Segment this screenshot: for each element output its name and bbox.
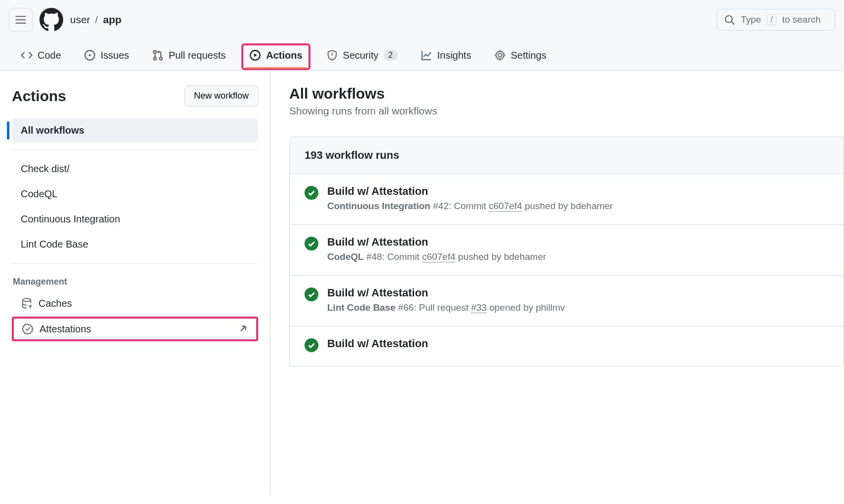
workflow-run-row[interactable]: Build w/ Attestation Continuous Integrat… xyxy=(290,174,844,225)
tab-security-label: Security xyxy=(343,50,379,61)
run-info: Build w/ Attestation Lint Code Base #66:… xyxy=(327,287,565,313)
sidebar-item-attestations[interactable]: Attestations xyxy=(12,317,258,341)
run-title[interactable]: Build w/ Attestation xyxy=(327,185,613,198)
run-pr-link[interactable]: #33 xyxy=(471,302,487,313)
svg-point-12 xyxy=(305,338,318,352)
run-title[interactable]: Build w/ Attestation xyxy=(327,236,546,249)
sidebar-item-caches[interactable]: Caches xyxy=(12,291,258,316)
run-meta-mid: : Commit xyxy=(449,201,489,211)
content-title: All workflows xyxy=(289,85,844,102)
database-icon xyxy=(21,297,33,309)
run-meta-mid: : Pull request xyxy=(414,302,471,313)
sidebar-header: Actions New workflow xyxy=(12,85,258,107)
hamburger-icon xyxy=(15,14,27,26)
pull-request-icon xyxy=(152,49,164,61)
play-icon xyxy=(249,49,261,61)
tab-settings-label: Settings xyxy=(511,50,546,61)
workflow-runs-count: 193 workflow runs xyxy=(290,137,844,174)
sidebar-sep xyxy=(12,149,258,150)
tab-insights-label: Insights xyxy=(437,50,471,61)
tab-pulls-label: Pull requests xyxy=(169,50,226,61)
svg-point-7 xyxy=(498,54,501,57)
run-workflow[interactable]: Lint Code Base xyxy=(327,302,395,313)
issue-icon xyxy=(84,49,96,61)
search-placeholder-post: to search xyxy=(782,14,821,25)
run-workflow[interactable]: Continuous Integration xyxy=(327,201,430,211)
sidebar-item-workflow[interactable]: Continuous Integration xyxy=(12,207,258,231)
run-meta: Continuous Integration #42: Commit c607e… xyxy=(327,201,613,212)
breadcrumb-repo[interactable]: app xyxy=(103,14,121,26)
workflow-run-row[interactable]: Build w/ Attestation xyxy=(290,326,844,366)
tab-settings[interactable]: Settings xyxy=(487,43,553,70)
run-info: Build w/ Attestation Continuous Integrat… xyxy=(327,185,613,212)
tab-pull-requests[interactable]: Pull requests xyxy=(145,43,233,70)
search-placeholder-pre: Type xyxy=(741,14,761,25)
svg-point-4 xyxy=(153,57,156,60)
search-icon xyxy=(724,14,735,25)
verified-icon xyxy=(22,323,34,335)
new-workflow-button[interactable]: New workflow xyxy=(185,85,258,107)
sidebar-sep xyxy=(12,263,258,264)
sidebar-item-label: Caches xyxy=(38,298,72,309)
run-meta: CodeQL #48: Commit c607ef4 pushed by bde… xyxy=(327,252,546,262)
svg-point-8 xyxy=(23,298,31,301)
run-meta-suffix: pushed by bdehamer xyxy=(456,252,546,262)
run-meta-suffix: pushed by bdehamer xyxy=(522,201,613,211)
tab-issues[interactable]: Issues xyxy=(77,43,136,70)
external-link-icon xyxy=(237,324,248,334)
github-icon xyxy=(39,8,63,32)
code-icon xyxy=(21,49,33,61)
sidebar-item-label: Check dist/ xyxy=(21,163,70,175)
workflow-runs-box: 193 workflow runs Build w/ Attestation C… xyxy=(289,137,844,366)
success-icon xyxy=(305,288,318,301)
sidebar-item-workflow[interactable]: Lint Code Base xyxy=(12,232,258,256)
tab-actions[interactable]: Actions xyxy=(241,43,310,70)
tab-actions-label: Actions xyxy=(266,50,302,61)
sidebar-item-label: Lint Code Base xyxy=(21,239,88,250)
sidebar-title: Actions xyxy=(12,88,66,105)
svg-point-11 xyxy=(305,288,318,301)
sidebar-item-label: Continuous Integration xyxy=(21,214,120,225)
workflow-run-row[interactable]: Build w/ Attestation Lint Code Base #66:… xyxy=(290,276,844,326)
sidebar: Actions New workflow All workflows Check… xyxy=(0,71,270,495)
run-commit-link[interactable]: c607ef4 xyxy=(422,252,456,262)
sidebar-item-workflow[interactable]: Check dist/ xyxy=(12,157,258,181)
svg-point-9 xyxy=(305,186,318,200)
breadcrumb: user / app xyxy=(70,14,121,26)
run-commit-link[interactable]: c607ef4 xyxy=(489,201,522,212)
sidebar-item-all-workflows[interactable]: All workflows xyxy=(12,118,258,143)
run-info: Build w/ Attestation CodeQL #48: Commit … xyxy=(327,236,546,262)
run-title[interactable]: Build w/ Attestation xyxy=(327,337,428,350)
run-meta-suffix: opened by phillmv xyxy=(487,302,565,313)
workflow-run-row[interactable]: Build w/ Attestation CodeQL #48: Commit … xyxy=(290,225,844,276)
menu-button[interactable] xyxy=(9,8,33,32)
run-title[interactable]: Build w/ Attestation xyxy=(327,287,565,299)
tab-security[interactable]: Security 2 xyxy=(319,43,405,70)
breadcrumb-sep: / xyxy=(95,14,98,26)
run-number: #42 xyxy=(433,201,449,211)
svg-point-10 xyxy=(305,237,318,251)
run-number: #48 xyxy=(366,252,382,262)
tab-insights[interactable]: Insights xyxy=(414,43,478,70)
run-number: #66 xyxy=(398,302,414,313)
run-info: Build w/ Attestation xyxy=(327,337,428,353)
svg-point-2 xyxy=(89,54,91,57)
main: Actions New workflow All workflows Check… xyxy=(0,71,844,495)
run-meta-mid: : Commit xyxy=(382,252,422,262)
run-meta: Lint Code Base #66: Pull request #33 ope… xyxy=(327,302,565,313)
breadcrumb-owner[interactable]: user xyxy=(70,14,90,26)
run-workflow[interactable]: CodeQL xyxy=(327,252,364,262)
repo-nav: Code Issues Pull requests Actions Securi… xyxy=(0,37,844,71)
search-input[interactable]: Type / to search xyxy=(717,9,835,31)
svg-point-0 xyxy=(726,16,732,23)
shield-icon xyxy=(326,49,338,61)
graph-icon xyxy=(421,49,432,61)
success-icon xyxy=(305,186,318,200)
sidebar-group-management: Management xyxy=(12,271,258,291)
sidebar-item-label: CodeQL xyxy=(21,188,58,200)
success-icon xyxy=(305,237,318,251)
gear-icon xyxy=(494,49,506,61)
tab-code[interactable]: Code xyxy=(14,43,68,70)
sidebar-item-workflow[interactable]: CodeQL xyxy=(12,182,258,206)
github-logo[interactable] xyxy=(39,8,63,32)
